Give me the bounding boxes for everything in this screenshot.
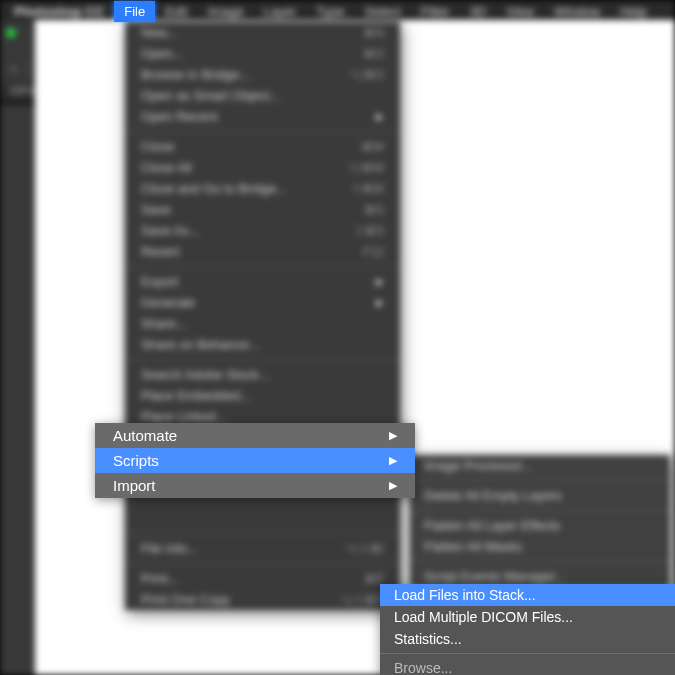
menu-item[interactable]: Open as Smart Object... xyxy=(125,85,400,106)
menu-item[interactable]: Open...⌘O xyxy=(125,43,400,64)
menu-item[interactable]: Generate▶ xyxy=(125,292,400,313)
menu-item[interactable]: Print...⌘P xyxy=(125,568,400,589)
menu-item-import[interactable]: Import▶ xyxy=(95,473,415,498)
submenu-item[interactable]: Delete All Empty Layers xyxy=(410,485,670,506)
chevron-right-icon: ▶ xyxy=(389,429,397,442)
menu-item[interactable]: File Info...⌥⇧⌘I xyxy=(125,538,400,559)
menu-item[interactable]: Save As...⇧⌘S xyxy=(125,220,400,241)
menu-item[interactable]: Search Adobe Stock... xyxy=(125,364,400,385)
submenu-item[interactable]: Statistics... xyxy=(380,628,675,650)
menu-file[interactable]: File xyxy=(114,1,155,22)
menu-item[interactable]: Open Recent▶ xyxy=(125,106,400,127)
chevron-right-icon: ▶ xyxy=(389,479,397,492)
submenu-item[interactable]: Image Processor... xyxy=(410,455,670,476)
menu-item[interactable]: Place Embedded... xyxy=(125,385,400,406)
menu-item[interactable]: Share on Behance... xyxy=(125,334,400,355)
menu-item[interactable]: Browse in Bridge...⌥⌘O xyxy=(125,64,400,85)
scripts-submenu: Image Processor...Delete All Empty Layer… xyxy=(410,455,670,587)
menu-item[interactable]: Print One Copy⌥⇧⌘P xyxy=(125,589,400,610)
submenu-item[interactable]: Browse... xyxy=(380,657,675,675)
submenu-item[interactable]: Load Multiple DICOM Files... xyxy=(380,606,675,628)
file-menu-dropdown: New...⌘NOpen...⌘OBrowse in Bridge...⌥⌘OO… xyxy=(125,22,400,610)
scripts-submenu-focus: Load Files into Stack...Load Multiple DI… xyxy=(380,584,675,675)
menu-item-automate[interactable]: Automate▶ xyxy=(95,423,415,448)
submenu-item[interactable]: Load Files into Stack... xyxy=(380,584,675,606)
menu-item[interactable]: New...⌘N xyxy=(125,22,400,43)
file-menu-focus: Automate▶Scripts▶Import▶ xyxy=(95,423,415,498)
menu-item[interactable]: Close⌘W xyxy=(125,136,400,157)
tools-panel[interactable] xyxy=(0,105,35,675)
chevron-right-icon: ▶ xyxy=(389,454,397,467)
menu-item[interactable]: Save⌘S xyxy=(125,199,400,220)
window-maximize-dot[interactable] xyxy=(6,28,16,38)
menu-item[interactable]: Close and Go to Bridge...⇧⌘W xyxy=(125,178,400,199)
menu-item[interactable]: Close All⌥⌘W xyxy=(125,157,400,178)
menu-item[interactable]: RevertF12 xyxy=(125,241,400,262)
submenu-item[interactable]: Flatten All Masks xyxy=(410,536,670,557)
menu-item-scripts[interactable]: Scripts▶ xyxy=(95,448,415,473)
menu-item[interactable]: Export▶ xyxy=(125,271,400,292)
submenu-item[interactable]: Flatten All Layer Effects xyxy=(410,515,670,536)
home-icon[interactable]: ⌂ xyxy=(8,62,20,74)
menu-item[interactable]: Share... xyxy=(125,313,400,334)
